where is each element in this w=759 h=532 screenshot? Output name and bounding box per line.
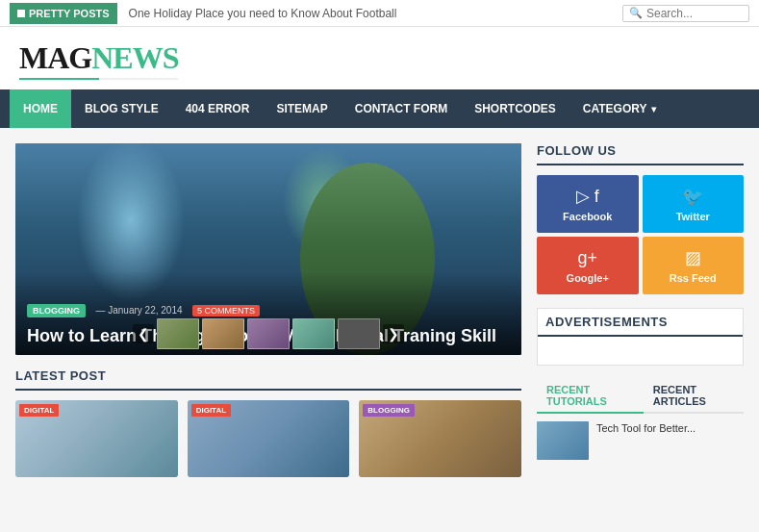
slider-comments: 5 COMMENTS [192, 305, 260, 317]
facebook-icon: ▷ f [576, 186, 599, 207]
googleplus-button[interactable]: g+ Google+ [537, 237, 639, 294]
post-card-badge-1: Digital [19, 404, 59, 417]
slider: BLOGGING — January 22, 2014 5 COMMENTS H… [15, 143, 521, 355]
topbar-ticker: One Holiday Place you need to Know About… [129, 7, 622, 20]
twitter-icon: 🐦 [682, 186, 703, 207]
post-cards: Digital Digital Blogging [15, 400, 521, 477]
left-column: BLOGGING — January 22, 2014 5 COMMENTS H… [15, 143, 521, 477]
rss-label: Rss Feed [670, 272, 717, 284]
post-card-2[interactable]: Digital [188, 400, 350, 477]
tabs-row: RECENT TUTORIALS RECENT ARTICLES [537, 379, 744, 414]
follow-title: FOLLOW US [537, 143, 744, 165]
slider-thumb-1[interactable] [157, 318, 199, 349]
nav: HOME BLOG STYLE 404 ERROR SITEMAP CONTAC… [0, 89, 759, 128]
latest-post-title: LATEST POST [15, 368, 521, 391]
logo-news: NEWS [91, 40, 178, 75]
nav-contact-form[interactable]: CONTACT FORM [342, 89, 461, 128]
slider-thumb-2[interactable] [202, 318, 244, 349]
rss-button[interactable]: ▨ Rss Feed [643, 237, 745, 294]
tabs-section: RECENT TUTORIALS RECENT ARTICLES Tech To… [537, 379, 744, 460]
logo[interactable]: MAGNEWS [19, 40, 178, 76]
slider-badge: BLOGGING [27, 304, 86, 317]
logo-underline [19, 78, 178, 80]
follow-grid: ▷ f Facebook 🐦 Twitter g+ Google+ ▨ Rss … [537, 175, 744, 294]
post-card-3[interactable]: Blogging [359, 400, 521, 477]
topbar-search[interactable]: 🔍 [622, 5, 749, 22]
ads-title: ADVERTISEMENTS [538, 309, 743, 337]
nav-blog-style[interactable]: BLOG STYLE [71, 89, 172, 128]
tab-recent-tutorials[interactable]: RECENT TUTORIALS [537, 379, 644, 414]
googleplus-label: Google+ [567, 272, 609, 284]
nav-404-error[interactable]: 404 ERROR [172, 89, 264, 128]
slider-thumb-5[interactable] [338, 318, 380, 349]
follow-section: FOLLOW US ▷ f Facebook 🐦 Twitter g+ Goog… [537, 143, 744, 294]
tab-text: Tech Tool for Better... [596, 421, 696, 436]
header: MAGNEWS [0, 27, 759, 89]
googleplus-icon: g+ [577, 248, 597, 268]
search-icon: 🔍 [629, 7, 643, 19]
nav-shortcodes[interactable]: SHORTCODES [461, 89, 569, 128]
search-input[interactable] [646, 7, 743, 20]
slider-next[interactable]: ❯ [383, 324, 404, 343]
slider-date: — January 22, 2014 [95, 305, 182, 316]
rss-icon: ▨ [685, 247, 701, 268]
brand-icon: ▪ [17, 10, 25, 17]
post-card-badge-3: Blogging [363, 404, 415, 417]
post-card-badge-2: Digital [191, 404, 231, 417]
slider-thumb-4[interactable] [292, 318, 335, 349]
facebook-button[interactable]: ▷ f Facebook [537, 175, 639, 233]
facebook-label: Facebook [563, 211, 612, 222]
right-column: FOLLOW US ▷ f Facebook 🐦 Twitter g+ Goog… [537, 143, 744, 477]
tab-recent-articles[interactable]: RECENT ARTICLES [644, 379, 744, 414]
logo-mag: MAG [19, 40, 91, 75]
brand-label: PRETTY POSTS [29, 8, 110, 19]
slider-thumb-3[interactable] [247, 318, 290, 349]
slider-prev[interactable]: ❮ [133, 324, 154, 343]
twitter-label: Twitter [676, 211, 710, 222]
nav-category[interactable]: CATEGORY [569, 89, 670, 128]
slider-thumbs-row: ❮ ❯ [15, 318, 521, 349]
topbar: ▪ PRETTY POSTS One Holiday Place you nee… [0, 0, 759, 27]
topbar-brand[interactable]: ▪ PRETTY POSTS [10, 3, 117, 24]
nav-sitemap[interactable]: SITEMAP [263, 89, 341, 128]
tab-content: Tech Tool for Better... [537, 421, 744, 460]
main-content: BLOGGING — January 22, 2014 5 COMMENTS H… [0, 128, 759, 477]
latest-post-section: LATEST POST Digital Digital Blogging [15, 368, 521, 477]
twitter-button[interactable]: 🐦 Twitter [643, 175, 745, 233]
advertisements-section: ADVERTISEMENTS [537, 308, 744, 366]
tab-thumbnail [537, 421, 589, 460]
nav-home[interactable]: HOME [10, 89, 71, 128]
post-card-1[interactable]: Digital [15, 400, 178, 477]
